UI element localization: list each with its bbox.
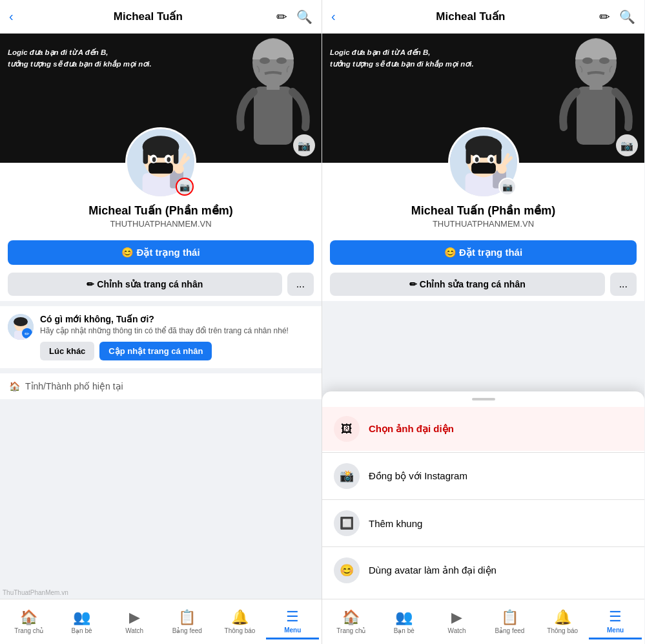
search-icon-left[interactable]: 🔍 [296,9,312,25]
feed-nav-label-left: Bảng feed [172,627,202,634]
edit-profile-button-right[interactable]: ✏ Chỉnh sửa trang cá nhân [330,273,605,296]
notif-nav-icon-left: 🔔 [231,609,249,626]
nav-home-left[interactable]: 🏠 Trang chủ [3,605,56,638]
svg-rect-29 [577,87,615,145]
edit-btn-row-left: ✏ Chỉnh sửa trang cá nhân ... [0,270,322,301]
sheet-item-choose-photo[interactable]: 🖼 Chọn ảnh đại diện [322,407,644,451]
choose-photo-label: Chọn ảnh đại diện [369,423,454,435]
svg-point-28 [599,57,609,64]
avatar-section-left: 📷 Micheal Tuấn (Phần mềm) THUTHUATPHANME… [0,163,322,235]
svg-rect-3 [254,87,292,145]
sheet-handle [472,398,495,400]
sheet-divider-3 [322,546,644,547]
avatar-label: Dùng avatar làm ảnh đại diện [369,565,497,576]
bottom-sheet: 🖼 Chọn ảnh đại diện 📸 Đồng bộ với Instag… [322,391,644,599]
nav-watch-left[interactable]: ▶ Watch [108,605,161,638]
choose-photo-icon: 🖼 [334,416,360,442]
svg-point-19 [174,164,184,174]
profile-sub-left: THUTHUATPHANMEM.VN [110,219,211,229]
left-header: ‹ Micheal Tuấn ✏ 🔍 [0,0,322,34]
edit-btn-row-right: ✏ Chỉnh sửa trang cá nhân ... [322,270,644,301]
instagram-label: Đồng bộ với Instagram [369,470,467,482]
home-nav-icon-right: 🏠 [342,609,360,626]
friends-nav-icon-right: 👥 [395,609,413,626]
left-panel: ‹ Micheal Tuấn ✏ 🔍 Logic đưa bạn đi từ A… [0,0,322,644]
nav-menu-left[interactable]: ☰ Menu [266,605,319,639]
status-btn-row-left: 😊 Đặt trạng thái [0,235,322,270]
location-text-left: Tỉnh/Thành phố hiện tại [25,381,123,391]
back-button-right[interactable]: ‹ [331,9,336,24]
nav-watch-right[interactable]: ▶ Watch [431,605,484,638]
edit-profile-button-left[interactable]: ✏ Chỉnh sửa trang cá nhân [8,273,282,296]
avatar-section-right: 📷 Micheal Tuấn (Phần mềm) THUTHUATPHANME… [322,163,644,235]
edit-icon-right[interactable]: ✏ [599,9,610,25]
sheet-divider-1 [322,452,644,453]
notif-nav-icon-right: 🔔 [554,609,571,626]
avatar-wrapper-left: 📷 [125,127,196,198]
sheet-divider-2 [322,499,644,500]
more-button-right[interactable]: ... [610,273,637,296]
einstein-figure-left [231,34,315,163]
nav-menu-right[interactable]: ☰ Menu [589,605,642,639]
frame-icon: 🔲 [334,510,360,536]
set-status-button-right[interactable]: 😊 Đặt trạng thái [330,240,637,265]
einstein-figure-right [554,34,638,163]
nav-friends-left[interactable]: 👥 Bạn bè [56,605,108,638]
sheet-item-avatar[interactable]: 😊 Dùng avatar làm ảnh đại diện [322,548,644,592]
svg-point-1 [260,57,270,64]
svg-rect-30 [589,80,602,90]
notif-nav-label-right: Thông báo [547,627,578,634]
watermark-left: ThuThuatPhanMem.vn [0,588,71,597]
svg-point-15 [152,157,156,162]
svg-rect-36 [466,149,471,164]
menu-nav-icon-left: ☰ [286,608,299,625]
svg-rect-10 [143,149,148,164]
svg-rect-37 [496,149,501,164]
svg-point-16 [167,157,170,162]
svg-text:✏: ✏ [25,331,30,337]
set-status-button-left[interactable]: 😊 Đặt trạng thái [8,240,314,265]
svg-rect-4 [267,80,280,90]
feed-nav-label-right: Bảng feed [495,627,524,634]
menu-nav-label-left: Menu [284,627,301,634]
update-button-left[interactable]: Cập nhật trang cá nhân [99,342,212,360]
info-avatar-left: ✏ [8,314,34,340]
svg-rect-38 [471,163,496,174]
svg-point-45 [497,164,506,174]
cover-quote-right: Logic đưa bạn đi từ A đến B, tưởng tượng… [330,47,474,70]
svg-point-2 [276,57,287,64]
avatar-camera-button-right[interactable]: 📷 [498,178,517,196]
search-icon-right[interactable]: 🔍 [619,9,635,25]
bottom-nav-left: 🏠 Trang chủ 👥 Bạn bè ▶ Watch 📋 Bảng feed… [0,599,322,644]
sheet-item-frame[interactable]: 🔲 Thêm khung [322,501,644,545]
more-button-left[interactable]: ... [287,273,314,296]
nav-notifications-left[interactable]: 🔔 Thông báo [214,605,267,638]
status-btn-row-right: 😊 Đặt trạng thái [322,235,644,270]
edit-icon-left[interactable]: ✏ [276,9,287,25]
instagram-icon: 📸 [334,463,360,489]
home-icon-left: 🏠 [9,381,20,391]
frame-label: Thêm khung [369,518,422,529]
info-text-left: Có gì mới không, Tuấn ơi? Hãy cập nhật n… [40,314,314,360]
nav-feed-right[interactable]: 📋 Bảng feed [483,605,536,638]
feed-nav-icon-right: 📋 [501,609,518,626]
sheet-item-instagram[interactable]: 📸 Đồng bộ với Instagram [322,454,644,498]
avatar-camera-button-left[interactable]: 📷 [176,178,194,196]
svg-rect-12 [148,163,173,174]
back-button-left[interactable]: ‹ [9,9,14,24]
watch-nav-label-right: Watch [448,627,466,634]
menu-nav-icon-right: ☰ [609,608,622,625]
notif-nav-label-left: Thông báo [225,627,256,634]
later-button-left[interactable]: Lúc khác [40,342,94,360]
nav-home-right[interactable]: 🏠 Trang chủ [325,605,378,638]
home-nav-label-left: Trang chủ [14,627,43,634]
bottom-nav-right: 🏠 Trang chủ 👥 Bạn bè ▶ Watch 📋 Bảng feed… [322,599,644,644]
nav-feed-left[interactable]: 📋 Bảng feed [161,605,214,638]
profile-name-right: Micheal Tuấn (Phần mềm) [411,203,556,218]
header-icons-left: ✏ 🔍 [276,9,312,25]
nav-notifications-right[interactable]: 🔔 Thông báo [536,605,589,638]
svg-point-27 [582,57,593,64]
nav-friends-right[interactable]: 👥 Bạn bè [378,605,431,638]
friends-nav-label-left: Bạn bè [71,627,92,634]
right-header: ‹ Micheal Tuấn ✏ 🔍 [322,0,644,34]
